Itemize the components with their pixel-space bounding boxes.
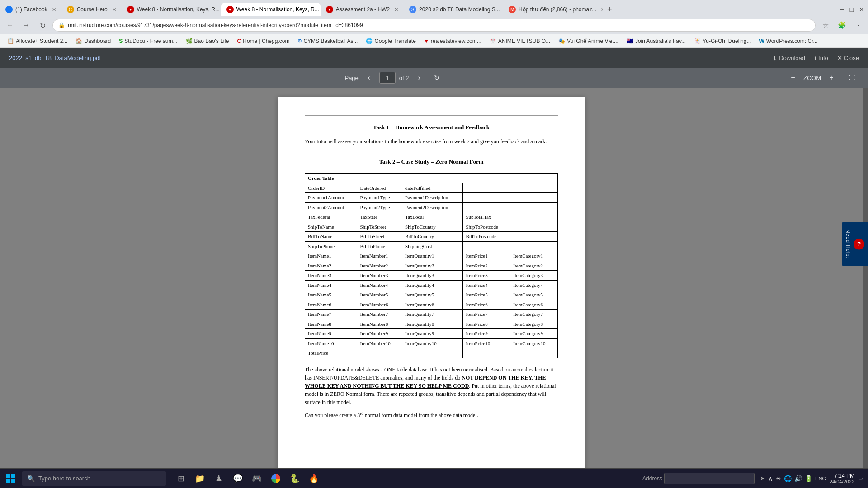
bookmark-vui[interactable]: 🎭Vui Ghế Anime Viet... [555, 37, 622, 45]
bookmark-join[interactable]: 🇦🇺Join Australia's Fav... [623, 37, 689, 45]
table-row: ItemName1ItemNumber1ItemQuantity1ItemPri… [305, 251, 558, 261]
tab-gmail-close[interactable]: ✕ [601, 7, 603, 13]
cell-10-4: ItemCategory4 [510, 280, 558, 290]
tab-assessment-close[interactable]: ✕ [394, 7, 398, 13]
bookmark-yugioh[interactable]: 🃏Yu-Gi-Oh! Dueling... [690, 37, 755, 45]
bookmark-wordpress[interactable]: WWordPress.com: Cr... [755, 37, 821, 45]
bookmark-translate[interactable]: 🌐Google Translate [362, 37, 419, 45]
bookmark-translate-label: Google Translate [374, 38, 415, 44]
cell-12-1: ItemNumber6 [357, 300, 402, 310]
pdf-top-actions: ⬇ Download ℹ Info ✕ Close [772, 55, 859, 61]
download-button[interactable]: ⬇ Download [772, 55, 805, 61]
back-button[interactable]: ← [4, 19, 16, 32]
bookmark-studocu[interactable]: SStuDocu - Free sum... [115, 37, 181, 45]
bookmark-allocate-icon: 📋 [7, 38, 14, 44]
zoom-in-button[interactable]: + [825, 71, 838, 84]
maximize-button[interactable]: □ [850, 6, 854, 13]
assessment-favicon: ● [326, 6, 333, 13]
cell-9-1: ItemNumber3 [357, 271, 402, 281]
table-row: ItemName6ItemNumber6ItemQuantity6ItemPri… [305, 300, 558, 310]
app7-button[interactable]: 🐍 [286, 469, 304, 488]
cell-7-4: ItemCategory1 [510, 251, 558, 261]
svg-rect-2 [6, 479, 10, 483]
tray-network[interactable]: 🌐 [784, 475, 792, 482]
bookmark-realestate[interactable]: ▼realestateview.com... [420, 37, 485, 45]
tab-assessment[interactable]: ● Assessment 2a - HW2 ✕ [321, 3, 404, 16]
tab-coursehero[interactable]: C Course Hero ✕ [61, 3, 122, 16]
refresh-pdf-button[interactable]: ↻ [430, 71, 443, 84]
new-tab-button[interactable]: + [603, 3, 617, 16]
taskbar-clock[interactable]: 7:14 PM 24/04/2022 [830, 473, 854, 484]
tab-week8a[interactable]: ● Week 8 - Normalisation, Keys, R... ✕ [122, 3, 221, 16]
fullscreen-button[interactable]: ⛶ [845, 71, 859, 84]
bookmark-cyms[interactable]: ⊙CYMS Basketball As... [294, 37, 361, 45]
tab-week8b[interactable]: ● Week 8 - Normalisation, Keys, R... ✕ [221, 3, 321, 16]
more-button[interactable]: ⋮ [852, 19, 864, 32]
page-number-input[interactable] [379, 72, 396, 84]
prev-page-button[interactable]: ‹ [362, 71, 376, 84]
close-button[interactable]: ✕ Close [837, 55, 859, 61]
next-page-button[interactable]: › [413, 71, 426, 84]
show-desktop-button[interactable]: ▭ [858, 475, 863, 481]
steam-button[interactable]: ♟ [210, 469, 228, 488]
pdf-filename[interactable]: 2022_s1_db_T8_DataModeling.pdf [9, 55, 101, 61]
table-row: ItemName2ItemNumber2ItemQuantity2ItemPri… [305, 261, 558, 271]
bookmark-button[interactable]: ☆ [819, 19, 832, 32]
cell-0-1: DateOrdered [357, 183, 402, 193]
refresh-button[interactable]: ↻ [36, 19, 49, 32]
zoom-out-button[interactable]: − [786, 71, 800, 84]
tab-gmail[interactable]: M Hộp thư đến (2,866) - phomair... ✕ [503, 3, 603, 16]
cell-10-1: ItemNumber4 [357, 280, 402, 290]
table-row: ShipToPhoneBillToPhoneShippingCost [305, 241, 558, 251]
cell-12-3: ItemPrice6 [463, 300, 510, 310]
tab-coursehero-close[interactable]: ✕ [112, 7, 116, 13]
tab-facebook-close[interactable]: ✕ [52, 7, 56, 13]
pdf-scrollbar[interactable] [863, 88, 868, 468]
bookmark-bao[interactable]: 🌿Bao Bao's Life [182, 37, 233, 45]
cell-8-3: ItemPrice2 [463, 261, 510, 271]
tray-battery[interactable]: 🔋 [805, 475, 812, 482]
cell-8-1: ItemNumber2 [357, 261, 402, 271]
info-button[interactable]: ℹ Info [814, 55, 828, 61]
svg-rect-0 [6, 474, 10, 478]
start-button[interactable] [2, 469, 20, 488]
taskbar-address-input[interactable] [664, 473, 755, 484]
windows-logo [6, 474, 15, 483]
table-row: ItemName5ItemNumber5ItemQuantity5ItemPri… [305, 290, 558, 300]
taskbar-search-box[interactable]: 🔍 Type here to search [22, 471, 166, 486]
app5-button[interactable]: 🎮 [248, 469, 266, 488]
app8-button[interactable]: 🔥 [305, 469, 323, 488]
tray-speaker[interactable]: 🔊 [794, 475, 802, 482]
tab-facebook[interactable]: f (1) Facebook ✕ [0, 3, 61, 16]
close-window-button[interactable]: ✕ [859, 6, 864, 13]
pdf-page: Task 1 – Homework Assessment and Feedbac… [278, 97, 585, 468]
cell-2-3 [463, 202, 510, 212]
chrome-taskbar-button[interactable] [267, 469, 285, 488]
zoom-section: − ZOOM + [786, 71, 838, 84]
tab-2020[interactable]: S 2020 s2 db T8 Data Modeling S... ✕ [404, 3, 503, 16]
close-icon: ✕ [837, 55, 842, 61]
minimize-button[interactable]: ─ [840, 6, 844, 13]
need-help-button[interactable]: ? Need Help: [842, 222, 868, 266]
bookmark-allocate[interactable]: 📋Allocate+ Student 2... [4, 37, 71, 45]
tab-week8b-label: Week 8 - Normalisation, Keys, R... [236, 6, 319, 13]
tray-arrow[interactable]: ∧ [768, 475, 773, 482]
need-help-label: Need Help: [845, 229, 851, 258]
discord-button[interactable]: 💬 [229, 469, 247, 488]
taskbar-search-icon: 🔍 [27, 475, 35, 482]
cell-5-1: BillToStreet [357, 232, 402, 242]
cell-7-3: ItemPrice1 [463, 251, 510, 261]
extensions-button[interactable]: 🧩 [835, 19, 848, 32]
bookmark-anime[interactable]: 🎌ANIME VIETSUB O... [486, 37, 554, 45]
pdf-scroll-area[interactable]: Task 1 – Homework Assessment and Feedbac… [0, 88, 863, 468]
tab-bar: f (1) Facebook ✕ C Course Hero ✕ ● Week … [0, 0, 868, 16]
explorer-button[interactable]: 📁 [191, 469, 209, 488]
task-view-button[interactable]: ⊞ [172, 469, 190, 488]
order-table: Order Table OrderIDDateOrdereddateFulfil… [305, 173, 558, 358]
taskbar-address-go-button[interactable]: ➤ [756, 473, 768, 484]
bookmark-chegg[interactable]: CHome | Chegg.com [234, 37, 293, 45]
tray-icon1[interactable]: ☀ [775, 475, 781, 482]
forward-button[interactable]: → [20, 19, 33, 32]
address-box[interactable]: 🔒 rmit.instructure.com/courses/91731/pag… [52, 19, 816, 32]
bookmark-dashboard[interactable]: 🏠Dashboard [72, 37, 114, 45]
